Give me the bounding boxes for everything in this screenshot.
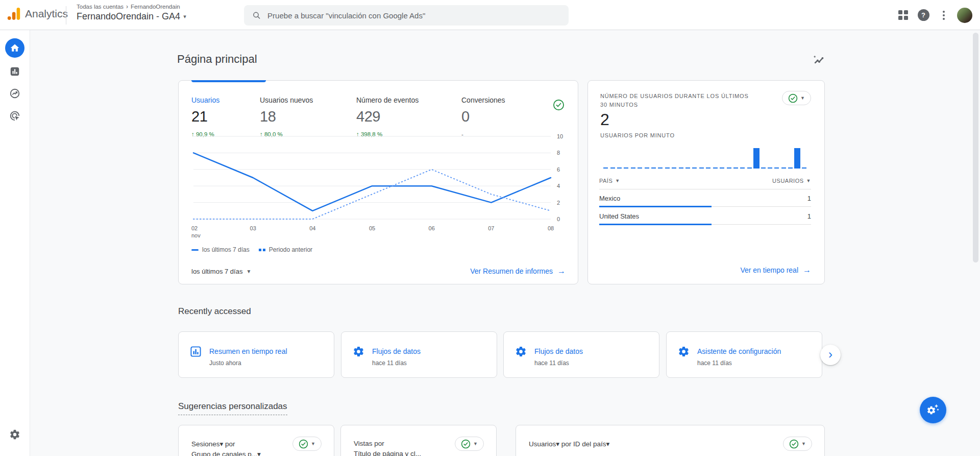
kebab-menu-icon <box>943 11 945 20</box>
header-actions: ? <box>893 0 980 30</box>
property-name: FernandoOrendain - GA4 <box>77 11 180 22</box>
svg-text:0: 0 <box>557 216 560 222</box>
chevron-right-icon: › <box>828 348 832 361</box>
column-header-users[interactable]: USUARIOS▼ <box>772 178 811 184</box>
recent-card-setup-assistant[interactable]: Asistente de configuración hace 11 días <box>666 331 822 378</box>
chevron-down-icon: ▼ <box>246 269 251 274</box>
search-input[interactable] <box>267 11 560 20</box>
users-count: 1 <box>807 212 811 220</box>
reports-snapshot-link[interactable]: Ver Resumen de informes → <box>470 267 566 276</box>
legend-item-previous: Periodo anterior <box>259 246 312 253</box>
svg-text:08: 08 <box>548 225 554 231</box>
realtime-card: NÚMERO DE USUARIOS DURANTE LOS ÚLTIMOS 3… <box>587 80 825 284</box>
more-options-button[interactable] <box>934 5 954 26</box>
chevron-down-icon: ▼ <box>615 178 620 183</box>
check-circle-icon <box>789 439 799 449</box>
svg-text:04: 04 <box>309 225 315 231</box>
recent-card-data-streams-2[interactable]: Flujos de datos hace 11 días <box>503 331 659 378</box>
check-circle-icon <box>788 93 798 103</box>
insights-button[interactable] <box>811 52 827 68</box>
suggestion-line1[interactable]: Usuarios▾ por ID del país▾ <box>529 440 609 448</box>
metric-tab-conversiones[interactable]: Conversiones 0 - <box>461 96 542 137</box>
recent-card-data-streams[interactable]: Flujos de datos hace 11 días <box>341 331 497 378</box>
suggestion-line2[interactable]: Grupo de canales p...▾ <box>191 450 261 456</box>
sidebar-item-admin[interactable] <box>5 424 25 445</box>
chart-legend: los últimos 7 días Periodo anterior <box>191 246 312 253</box>
ga4-home-page: Analytics Todas las cuentas › FernandoOr… <box>0 0 980 456</box>
svg-text:02: 02 <box>191 225 198 231</box>
suggestions-title: Sugerencias personalizadas <box>178 401 287 412</box>
table-row: United States 1 <box>599 207 811 225</box>
suggestion-card-users-by-country[interactable]: Usuarios▾ por ID del país▾ ▼ <box>516 425 825 456</box>
date-range-label: los últimos 7 días <box>191 268 242 275</box>
explore-icon <box>9 88 20 99</box>
metric-tab-numero-de-eventos[interactable]: Número de eventos 429 ↑ 398,8 % <box>356 96 461 137</box>
overview-chart: 024681002nov030405060708 <box>190 134 571 238</box>
suggestion-card-views[interactable]: Vistas por Título de página y cl... ▼ <box>340 425 497 456</box>
country-name: Mexico <box>599 195 620 202</box>
users-per-minute-chart <box>602 146 807 169</box>
table-header: PAÍS▼ USUARIOS▼ <box>599 178 811 184</box>
gear-icon <box>515 346 527 359</box>
analytics-logo[interactable]: Analytics <box>7 7 68 20</box>
insight-status-badge[interactable]: ▼ <box>455 437 484 451</box>
chevron-down-icon: ▼ <box>806 178 811 183</box>
property-picker[interactable]: FernandoOrendain - GA4 ▾ <box>77 11 186 22</box>
home-icon <box>10 43 20 53</box>
insight-status-badge[interactable]: ▼ <box>292 437 322 451</box>
insight-status-badge[interactable]: ▼ <box>782 91 811 105</box>
suggestion-line1[interactable]: Sesiones▾ por <box>191 440 235 448</box>
svg-text:2: 2 <box>557 200 560 206</box>
metric-value: 21 <box>191 108 260 125</box>
metric-tab-usuarios-nuevos[interactable]: Usuarios nuevos 18 ↑ 80,0 % <box>260 96 356 137</box>
bar-chart-icon <box>190 346 202 359</box>
column-header-country[interactable]: PAÍS▼ <box>599 178 620 184</box>
metric-tab-usuarios[interactable]: Usuarios 21 ↑ 90,9 % <box>191 96 260 137</box>
metric-value: 18 <box>260 108 356 125</box>
breadcrumb-root[interactable]: Todas las cuentas <box>77 4 124 10</box>
legend-label: los últimos 7 días <box>202 246 250 253</box>
customize-insights-fab[interactable] <box>920 397 946 423</box>
arrow-right-icon: → <box>557 267 566 276</box>
vertical-scrollbar[interactable] <box>973 33 978 262</box>
recent-card-label: Asistente de configuración <box>697 347 781 355</box>
user-avatar[interactable] <box>957 8 972 23</box>
suggestion-line1[interactable]: Vistas por <box>354 440 384 447</box>
insight-status-badge[interactable]: ▼ <box>783 437 812 451</box>
progress-track <box>599 206 811 207</box>
recent-card-time: hace 11 días <box>534 359 569 367</box>
progress-fill <box>599 206 712 207</box>
help-button[interactable]: ? <box>913 5 934 26</box>
page-title: Página principal <box>177 53 257 66</box>
arrow-right-icon: → <box>803 266 811 275</box>
svg-text:nov: nov <box>191 232 201 238</box>
analytics-logo-icon <box>7 7 20 20</box>
gear-icon <box>353 346 364 359</box>
sidebar-item-explore[interactable] <box>5 83 25 104</box>
progress-fill <box>599 224 712 225</box>
metric-value: 429 <box>356 108 461 125</box>
breadcrumb-account[interactable]: FernandoOrendain <box>131 4 180 10</box>
ads-click-icon <box>9 110 20 122</box>
progress-track <box>599 224 811 225</box>
metric-label: Usuarios <box>191 96 260 104</box>
country-name: United States <box>599 212 639 220</box>
metric-label: Usuarios nuevos <box>260 96 356 104</box>
bar-chart-icon <box>9 66 20 77</box>
sidebar-item-reports[interactable] <box>5 61 25 82</box>
carousel-next-button[interactable]: › <box>820 345 841 365</box>
realtime-report-link[interactable]: Ver en tiempo real → <box>740 266 811 275</box>
sidebar-item-home[interactable] <box>5 38 24 58</box>
data-quality-check-icon[interactable] <box>553 99 565 113</box>
help-icon: ? <box>918 9 929 21</box>
suggestion-line2[interactable]: Título de página y cl... <box>354 450 421 456</box>
date-range-selector[interactable]: los últimos 7 días ▼ <box>191 268 251 275</box>
recent-card-realtime-overview[interactable]: Resumen en tiempo real Justo ahora <box>178 331 334 378</box>
check-circle-icon <box>299 439 308 449</box>
apps-grid-button[interactable] <box>893 5 913 26</box>
solid-line-swatch-icon <box>191 249 199 251</box>
svg-text:6: 6 <box>557 166 560 173</box>
search-bar[interactable] <box>244 5 569 26</box>
suggestion-card-sessions[interactable]: Sesiones▾ por Grupo de canales p...▾ ▼ <box>178 425 334 456</box>
sidebar-item-advertising[interactable] <box>5 106 25 126</box>
